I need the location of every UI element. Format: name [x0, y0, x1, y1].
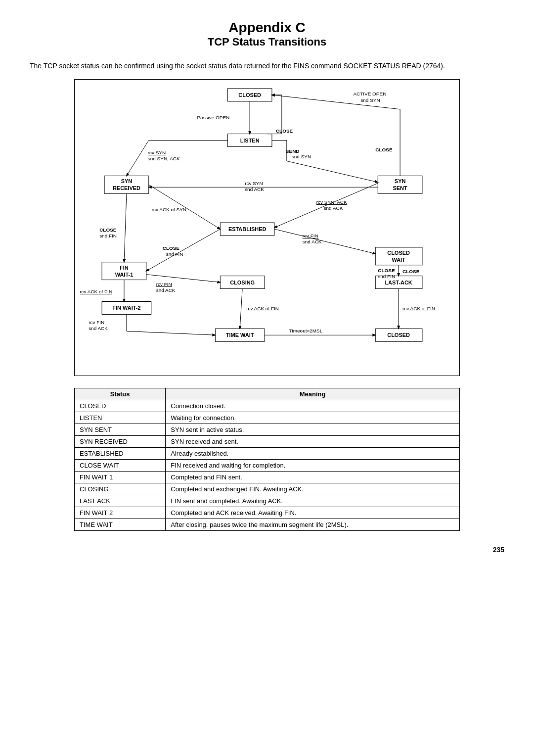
- svg-text:snd FIN: snd FIN: [166, 251, 183, 257]
- table-row: FIN WAIT 1Completed and FIN sent.: [75, 472, 460, 483]
- svg-text:snd SYN, ACK: snd SYN, ACK: [148, 156, 180, 162]
- status-cell: ESTABLISHED: [75, 448, 166, 460]
- svg-text:CLOSED: CLOSED: [387, 250, 410, 256]
- svg-text:CLOSE: CLOSE: [375, 147, 393, 152]
- svg-text:rcv FIN: rcv FIN: [156, 282, 172, 287]
- meaning-cell: Completed and exchanged FIN. Awaiting AC…: [166, 483, 460, 495]
- svg-text:rcv FIN: rcv FIN: [303, 233, 318, 238]
- svg-text:CLOSE: CLOSE: [99, 227, 117, 233]
- meaning-cell: SYN received and sent.: [166, 436, 460, 448]
- svg-text:snd ACK: snd ACK: [324, 206, 343, 211]
- appendix-title: Appendix C: [30, 20, 504, 36]
- svg-text:WAIT: WAIT: [392, 257, 405, 263]
- svg-text:Timeout=2MSL: Timeout=2MSL: [289, 329, 323, 334]
- meaning-cell: Already established.: [166, 448, 460, 460]
- meaning-cell: After closing, pauses twice the maximum …: [166, 519, 460, 531]
- svg-text:snd ACK: snd ACK: [245, 187, 264, 192]
- svg-text:TIME WAIT: TIME WAIT: [226, 332, 254, 338]
- table-row: CLOSE WAITFIN received and waiting for c…: [75, 460, 460, 472]
- meaning-cell: FIN sent and completed. Awaiting ACK.: [166, 495, 460, 507]
- meaning-cell: Completed and FIN sent.: [166, 472, 460, 483]
- svg-text:rcv ACK of FIN: rcv ACK of FIN: [80, 289, 112, 294]
- svg-text:rcv SYN: rcv SYN: [245, 181, 263, 187]
- meaning-cell: SYN sent in active status.: [166, 424, 460, 436]
- status-cell: CLOSE WAIT: [75, 460, 166, 472]
- svg-text:LISTEN: LISTEN: [240, 138, 260, 143]
- svg-text:rcv SYN, ACK: rcv SYN, ACK: [316, 200, 347, 205]
- meaning-col-header: Meaning: [166, 388, 460, 400]
- tcp-diagram: CLOSED LISTEN SYN RECEIVED SYN SENT ESTA…: [74, 79, 460, 376]
- page-title: Appendix C TCP Status Transitions: [30, 20, 504, 48]
- svg-text:RECEIVED: RECEIVED: [113, 186, 140, 191]
- svg-text:rcv SYN: rcv SYN: [148, 150, 166, 156]
- table-row: SYN RECEIVEDSYN received and sent.: [75, 436, 460, 448]
- meaning-cell: Completed and ACK received. Awaiting FIN…: [166, 507, 460, 519]
- status-cell: SYN SENT: [75, 424, 166, 436]
- svg-text:rcv ACK of FIN: rcv ACK of FIN: [246, 306, 279, 312]
- svg-text:CLOSE: CLOSE: [378, 268, 395, 273]
- page-number: 235: [30, 546, 504, 554]
- svg-text:FIN: FIN: [120, 265, 129, 271]
- svg-text:snd SYN: snd SYN: [292, 154, 311, 160]
- status-cell: CLOSED: [75, 400, 166, 412]
- status-cell: FIN WAIT 2: [75, 507, 166, 519]
- svg-text:rcv FIN: rcv FIN: [89, 320, 104, 326]
- svg-text:SYN: SYN: [395, 179, 406, 185]
- svg-text:CLOSE: CLOSE: [163, 245, 180, 251]
- appendix-subtitle: TCP Status Transitions: [30, 36, 504, 48]
- svg-text:snd ACK: snd ACK: [303, 239, 322, 244]
- svg-text:WAIT-1: WAIT-1: [115, 272, 134, 278]
- svg-text:ESTABLISHED: ESTABLISHED: [228, 226, 267, 232]
- table-row: LAST ACKFIN sent and completed. Awaiting…: [75, 495, 460, 507]
- status-cell: CLOSING: [75, 483, 166, 495]
- svg-text:CLOSED: CLOSED: [387, 332, 410, 338]
- svg-text:snd SYN: snd SYN: [360, 97, 380, 103]
- table-row: FIN WAIT 2Completed and ACK received. Aw…: [75, 507, 460, 519]
- meaning-cell: Waiting for connection.: [166, 412, 460, 424]
- status-col-header: Status: [75, 388, 166, 400]
- svg-text:snd ACK: snd ACK: [89, 326, 108, 331]
- svg-text:Passive OPEN: Passive OPEN: [197, 115, 229, 120]
- svg-text:SYN: SYN: [121, 179, 133, 185]
- svg-text:rcv ACK of FIN: rcv ACK of FIN: [402, 306, 435, 312]
- table-row: ESTABLISHEDAlready established.: [75, 448, 460, 460]
- svg-text:FIN WAIT-2: FIN WAIT-2: [112, 305, 140, 311]
- svg-text:SENT: SENT: [393, 186, 407, 191]
- table-row: SYN SENTSYN sent in active status.: [75, 424, 460, 436]
- meaning-cell: Connection closed.: [166, 400, 460, 412]
- svg-text:LAST-ACK: LAST-ACK: [385, 280, 412, 285]
- table-row: TIME WAITAfter closing, pauses twice the…: [75, 519, 460, 531]
- status-cell: SYN RECEIVED: [75, 436, 166, 448]
- table-row: CLOSINGCompleted and exchanged FIN. Awai…: [75, 483, 460, 495]
- svg-text:CLOSING: CLOSING: [230, 280, 255, 285]
- svg-text:snd ACK: snd ACK: [156, 287, 176, 293]
- intro-paragraph: The TCP socket status can be confirmed u…: [30, 60, 504, 71]
- svg-text:CLOSE: CLOSE: [402, 269, 420, 274]
- status-cell: LISTEN: [75, 412, 166, 424]
- svg-text:snd FIN: snd FIN: [99, 233, 117, 238]
- table-row: LISTENWaiting for connection.: [75, 412, 460, 424]
- svg-text:CLOSED: CLOSED: [238, 92, 261, 98]
- table-row: CLOSEDConnection closed.: [75, 400, 460, 412]
- status-cell: LAST ACK: [75, 495, 166, 507]
- svg-text:SEND: SEND: [286, 148, 300, 154]
- svg-text:snd FIN: snd FIN: [378, 274, 395, 279]
- status-cell: FIN WAIT 1: [75, 472, 166, 483]
- svg-text:rcv ACK of SYN: rcv ACK of SYN: [152, 207, 186, 213]
- status-table: Status Meaning CLOSEDConnection closed.L…: [74, 388, 460, 531]
- svg-text:ACTIVE OPEN: ACTIVE OPEN: [353, 91, 386, 96]
- svg-text:CLOSE: CLOSE: [276, 128, 293, 134]
- status-cell: TIME WAIT: [75, 519, 166, 531]
- meaning-cell: FIN received and waiting for completion.: [166, 460, 460, 472]
